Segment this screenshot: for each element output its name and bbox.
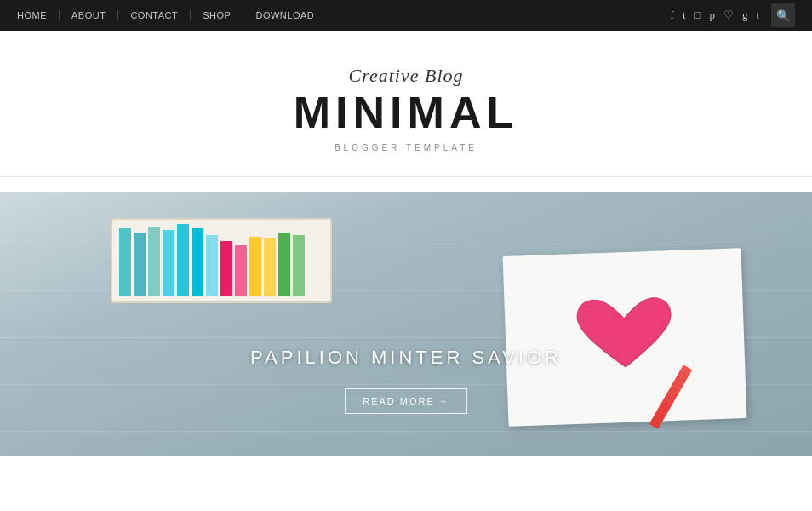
hero-divider xyxy=(393,376,419,376)
nav-contact[interactable]: CONTACT xyxy=(118,10,191,20)
crayon-box xyxy=(111,218,332,303)
read-more-arrow: → xyxy=(438,396,449,406)
crayon-4 xyxy=(163,230,174,296)
site-title: MINIMAL xyxy=(17,90,795,135)
crayon-box-body xyxy=(111,218,332,303)
hero-section: PAPILION MINTER SAVIOR READ MORE→ xyxy=(0,192,812,456)
social-links: f t □ p ♡ g t 🔍 xyxy=(671,3,795,27)
site-header: Creative Blog MINIMAL BLOGGER TEMPLATE xyxy=(0,31,812,177)
crayon-6 xyxy=(192,228,203,296)
nav-shop[interactable]: SHOP xyxy=(191,10,243,20)
googleplus-icon[interactable]: g xyxy=(742,9,748,22)
crayon-12 xyxy=(278,233,290,296)
search-button[interactable]: 🔍 xyxy=(771,3,795,27)
crayon-8 xyxy=(220,241,232,296)
heart-social-icon[interactable]: ♡ xyxy=(723,9,734,22)
facebook-icon[interactable]: f xyxy=(671,9,674,22)
navigation: HOME ABOUT CONTACT SHOP DOWNLOAD f t □ p… xyxy=(0,0,812,31)
instagram-icon[interactable]: □ xyxy=(695,9,701,22)
crayon-13 xyxy=(293,235,305,296)
site-subtitle: Creative Blog xyxy=(17,65,795,87)
hero-background xyxy=(0,192,812,456)
twitter-icon[interactable]: t xyxy=(683,9,686,22)
tumblr-icon[interactable]: t xyxy=(756,9,759,22)
crayon-5 xyxy=(177,224,189,296)
nav-download[interactable]: DOWNLOAD xyxy=(243,10,326,20)
crayon-3 xyxy=(148,227,160,296)
crayon-2 xyxy=(134,233,146,296)
nav-links: HOME ABOUT CONTACT SHOP DOWNLOAD xyxy=(17,10,326,20)
crayon-11 xyxy=(264,238,276,296)
crayon-10 xyxy=(249,237,261,296)
crayon-1 xyxy=(119,228,131,296)
crayon-9 xyxy=(235,245,247,296)
pinterest-icon[interactable]: p xyxy=(709,9,715,22)
hero-post-title: PAPILION MINTER SAVIOR xyxy=(250,347,562,369)
crayon-7 xyxy=(206,235,218,296)
hero-overlay: PAPILION MINTER SAVIOR READ MORE→ xyxy=(250,347,562,414)
nav-about[interactable]: ABOUT xyxy=(60,10,118,20)
heart-drawing xyxy=(572,293,677,382)
nav-home[interactable]: HOME xyxy=(17,10,60,20)
site-tagline: BLOGGER TEMPLATE xyxy=(17,143,795,152)
read-more-label: READ MORE xyxy=(363,396,435,406)
read-more-button[interactable]: READ MORE→ xyxy=(345,388,467,414)
